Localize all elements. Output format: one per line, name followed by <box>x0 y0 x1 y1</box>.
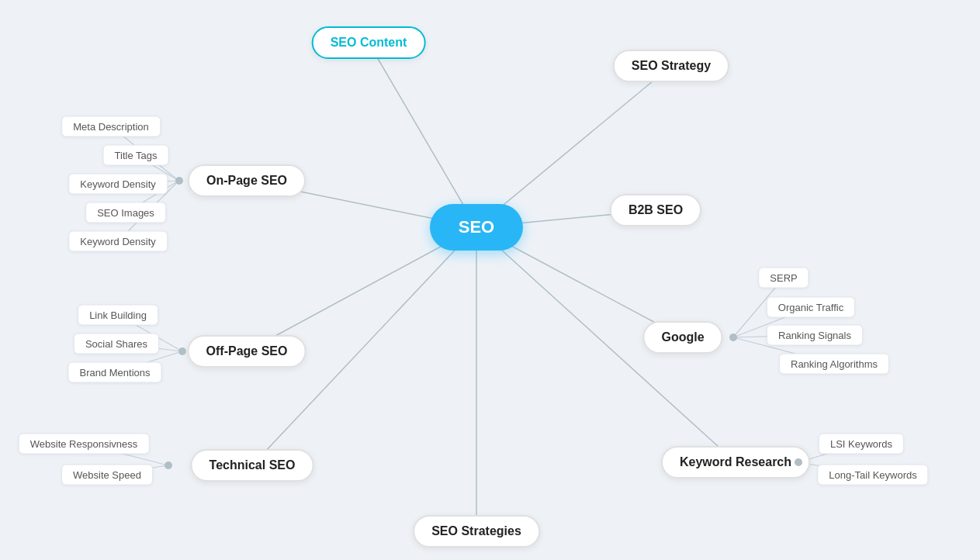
keyword-density-1[interactable]: Keyword Density <box>68 174 168 195</box>
ranking-algorithms[interactable]: Ranking Algorithms <box>779 354 889 375</box>
seo-images[interactable]: SEO Images <box>85 202 166 223</box>
lsi-keywords[interactable]: LSI Keywords <box>819 434 904 455</box>
seo-content[interactable]: SEO Content <box>312 26 426 59</box>
social-shares[interactable]: Social Shares <box>74 334 159 354</box>
long-tail-keywords[interactable]: Long-Tail Keywords <box>817 465 928 486</box>
website-responsiveness[interactable]: Website Responsivness <box>19 434 150 455</box>
mind-map-canvas: SEOSEO ContentSEO StrategyOn-Page SEOMet… <box>0 0 980 560</box>
brand-mentions[interactable]: Brand Mentions <box>68 362 161 383</box>
title-tags[interactable]: Title Tags <box>103 145 169 166</box>
technical-seo[interactable]: Technical SEO <box>191 449 314 482</box>
b2b-seo[interactable]: B2B SEO <box>610 194 701 226</box>
seo-strategies[interactable]: SEO Strategies <box>413 515 540 548</box>
link-building[interactable]: Link Building <box>78 305 158 326</box>
branch-dot <box>729 334 737 341</box>
google[interactable]: Google <box>642 321 722 354</box>
meta-description[interactable]: Meta Description <box>61 116 161 137</box>
branch-dot <box>164 461 172 469</box>
organic-traffic[interactable]: Organic Traffic <box>767 297 855 318</box>
serp[interactable]: SERP <box>758 268 809 289</box>
keyword-density-2[interactable]: Keyword Density <box>68 231 168 252</box>
branch-dot <box>175 177 183 185</box>
website-speed[interactable]: Website Speed <box>61 465 153 486</box>
off-page-seo[interactable]: Off-Page SEO <box>188 335 306 368</box>
branch-dot <box>178 347 186 355</box>
keyword-research[interactable]: Keyword Research <box>661 446 810 479</box>
seo-strategy[interactable]: SEO Strategy <box>613 50 729 82</box>
ranking-signals[interactable]: Ranking Signals <box>767 325 863 346</box>
center-node[interactable]: SEO <box>430 204 523 251</box>
on-page-seo[interactable]: On-Page SEO <box>188 164 306 197</box>
branch-dot <box>795 458 802 466</box>
